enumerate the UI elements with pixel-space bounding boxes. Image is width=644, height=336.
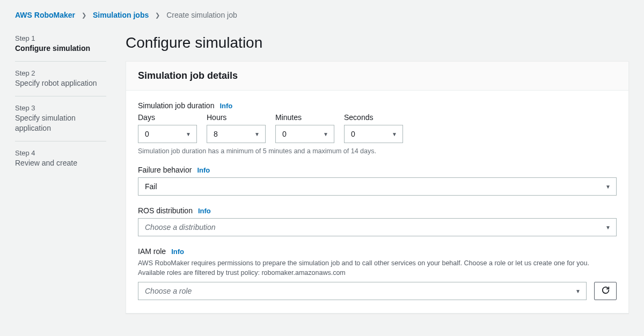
wizard-steps: Step 1 Configure simulation Step 2 Speci… [15, 34, 106, 183]
ros-distribution-placeholder: Choose a distribution [145, 223, 216, 232]
field-iam-role: IAM role Info AWS RoboMaker requires per… [138, 247, 617, 300]
step-num: Step 4 [15, 149, 106, 157]
panel-heading-row: Simulation job details [126, 62, 628, 91]
duration-seconds-label: Seconds [344, 113, 403, 122]
chevron-down-icon: ▼ [605, 184, 611, 190]
ros-info-link[interactable]: Info [198, 207, 211, 215]
duration-days-select[interactable]: 0 ▼ [138, 125, 197, 143]
field-ros-distribution: ROS distribution Info Choose a distribut… [138, 206, 617, 236]
duration-minutes-label: Minutes [275, 113, 334, 122]
step-num: Step 1 [15, 34, 106, 42]
chevron-down-icon: ▼ [575, 288, 581, 294]
chevron-down-icon: ▼ [605, 225, 611, 230]
step-title: Configure simulation [15, 43, 106, 54]
step-num: Step 3 [15, 104, 106, 112]
iam-role-select[interactable]: Choose a role ▼ [138, 282, 587, 300]
iam-description: AWS RoboMaker requires permissions to pr… [138, 259, 617, 278]
duration-minutes-select[interactable]: 0 ▼ [275, 125, 334, 143]
chevron-down-icon: ▼ [323, 131, 328, 137]
breadcrumb-service[interactable]: AWS RoboMaker [15, 11, 75, 19]
field-duration: Simulation job duration Info Days 0 ▼ [138, 101, 617, 155]
duration-hours-select[interactable]: 8 ▼ [207, 125, 266, 143]
chevron-down-icon: ▼ [186, 131, 191, 137]
step-specify-robot-application[interactable]: Step 2 Specify robot application [15, 69, 106, 96]
failure-label: Failure behavior [138, 166, 192, 174]
duration-days-label: Days [138, 113, 197, 122]
step-title: Specify simulation application [15, 113, 106, 133]
duration-seconds-select[interactable]: 0 ▼ [344, 125, 403, 143]
chevron-right-icon: ❯ [82, 12, 86, 19]
step-review-and-create[interactable]: Step 4 Review and create [15, 149, 106, 176]
panel-heading: Simulation job details [138, 70, 617, 81]
simulation-job-details-panel: Simulation job details Simulation job du… [126, 61, 629, 313]
refresh-icon [601, 286, 610, 296]
step-num: Step 2 [15, 69, 106, 77]
step-title: Review and create [15, 158, 106, 168]
step-configure-simulation[interactable]: Step 1 Configure simulation [15, 34, 106, 62]
duration-minutes-value: 0 [282, 130, 287, 138]
duration-hint: Simulation job duration has a minimum of… [138, 147, 617, 155]
failure-info-link[interactable]: Info [197, 166, 210, 174]
breadcrumb-current: Create simulation job [166, 11, 237, 19]
ros-distribution-select[interactable]: Choose a distribution ▼ [138, 218, 617, 236]
page-title: Configure simulation [126, 34, 629, 51]
failure-behavior-value: Fail [145, 182, 157, 191]
iam-info-link[interactable]: Info [171, 248, 184, 256]
breadcrumb-section[interactable]: Simulation jobs [93, 11, 149, 19]
failure-behavior-select[interactable]: Fail ▼ [138, 177, 617, 196]
refresh-roles-button[interactable] [594, 282, 617, 300]
main-content: Configure simulation Simulation job deta… [126, 34, 629, 313]
duration-days-value: 0 [145, 130, 149, 138]
chevron-down-icon: ▼ [254, 131, 260, 137]
field-failure-behavior: Failure behavior Info Fail ▼ [138, 166, 617, 196]
duration-seconds-value: 0 [351, 130, 355, 138]
ros-label: ROS distribution [138, 206, 193, 215]
duration-hours-label: Hours [207, 113, 266, 122]
step-title: Specify robot application [15, 78, 106, 88]
duration-hours-value: 8 [214, 130, 218, 138]
duration-label: Simulation job duration [138, 101, 214, 110]
chevron-right-icon: ❯ [155, 12, 160, 19]
breadcrumb: AWS RoboMaker ❯ Simulation jobs ❯ Create… [15, 11, 629, 19]
chevron-down-icon: ▼ [392, 131, 397, 137]
step-specify-simulation-application[interactable]: Step 3 Specify simulation application [15, 104, 106, 141]
iam-label: IAM role [138, 247, 166, 256]
iam-role-placeholder: Choose a role [145, 287, 192, 295]
duration-info-link[interactable]: Info [219, 102, 232, 110]
